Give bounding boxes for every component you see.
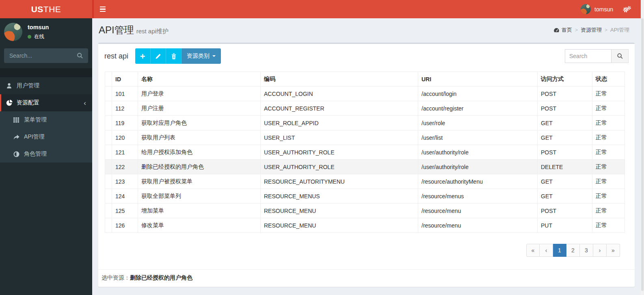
sidebar-item-user-management[interactable]: 用户管理 bbox=[0, 77, 92, 94]
cell-method: POST bbox=[538, 204, 592, 218]
user-status-link[interactable]: 在线 bbox=[28, 33, 49, 40]
sidebar-user-panel: tomsun 在线 bbox=[0, 18, 92, 46]
navbar-user-menu[interactable]: tomsun bbox=[576, 0, 618, 18]
table-row[interactable]: 122删除已经授权的用户角色USER_AUTHORITY_ROLE/user/a… bbox=[105, 160, 625, 174]
cell-uri: /user/authority/role bbox=[418, 160, 538, 174]
user-icon bbox=[6, 82, 17, 89]
table-row[interactable]: 120获取用户列表USER_LIST/user/listGET正常 bbox=[105, 130, 625, 145]
row-lead-cell bbox=[105, 116, 112, 130]
sidebar-item-role-management[interactable]: 角色管理 bbox=[0, 145, 92, 163]
cell-name: 用户登录 bbox=[138, 87, 261, 101]
page-subtitle: rest api维护 bbox=[136, 28, 169, 35]
table-search-button[interactable] bbox=[612, 49, 629, 63]
panel-header: rest api 资源类别 bbox=[98, 44, 635, 68]
sidebar-search-button[interactable] bbox=[74, 51, 86, 61]
table-row[interactable]: 124获取全部菜单列RESOURCE_MENUS/resource/menusG… bbox=[105, 189, 625, 204]
navbar-main: tomsun bbox=[92, 0, 641, 18]
cell-status: 正常 bbox=[592, 174, 625, 189]
row-lead-cell bbox=[105, 174, 112, 189]
cell-code: USER_LIST bbox=[261, 130, 418, 145]
online-status-icon bbox=[28, 35, 31, 39]
sidebar-item-label: 菜单管理 bbox=[24, 116, 47, 124]
table-body: 101用户登录ACCOUNT_LOGIN/account/loginPOST正常… bbox=[105, 87, 625, 233]
table-header-row: ID名称编码URI访问方式状态 bbox=[105, 72, 625, 87]
sidebar-item-label: API管理 bbox=[24, 133, 45, 141]
table-search-input[interactable] bbox=[565, 49, 612, 63]
header-method[interactable]: 访问方式 bbox=[538, 72, 592, 87]
cell-status: 正常 bbox=[592, 204, 625, 218]
header-uri[interactable]: URI bbox=[418, 72, 538, 87]
cell-code: RESOURCE_MENUS bbox=[261, 189, 418, 204]
pagination: «‹123›» bbox=[526, 244, 620, 257]
cell-status: 正常 bbox=[592, 189, 625, 204]
vertical-scrollbar[interactable] bbox=[641, 0, 644, 295]
navbar-username: tomsun bbox=[594, 6, 613, 13]
scrollbar-thumb[interactable] bbox=[641, 18, 644, 291]
page-title: API管理 bbox=[99, 24, 134, 35]
table-row[interactable]: 121给用户授权添加角色USER_AUTHORITY_ROLE/user/aut… bbox=[105, 145, 625, 160]
cell-name: 获取用户被授权菜单 bbox=[138, 174, 261, 189]
breadcrumb-home[interactable]: 首页 bbox=[553, 26, 572, 34]
page-button-1[interactable]: 1 bbox=[553, 244, 566, 257]
table-row[interactable]: 126修改菜单RESOURCE_MENU/resource/menuPUT正常 bbox=[105, 218, 625, 233]
grid-icon bbox=[13, 117, 24, 123]
breadcrumb-current: API管理 bbox=[610, 26, 629, 34]
sidebar-username: tomsun bbox=[28, 24, 49, 30]
breadcrumb-resource[interactable]: 资源管理 bbox=[581, 26, 602, 34]
header-name[interactable]: 名称 bbox=[138, 72, 261, 87]
cell-method: GET bbox=[538, 189, 592, 204]
row-lead-cell bbox=[105, 87, 112, 101]
cell-method: DELETE bbox=[538, 160, 592, 174]
edit-button[interactable] bbox=[151, 48, 166, 64]
caret-down-icon bbox=[212, 55, 216, 57]
page-button-3[interactable]: 3 bbox=[580, 244, 593, 257]
sidebar-toggle-button[interactable] bbox=[94, 0, 112, 18]
row-lead-cell bbox=[105, 145, 112, 160]
page-button-2[interactable]: 2 bbox=[566, 244, 580, 257]
cell-uri: /user/list bbox=[418, 130, 538, 145]
cell-status: 正常 bbox=[592, 145, 625, 160]
resource-category-dropdown[interactable]: 资源类别 bbox=[182, 48, 221, 64]
row-lead-cell bbox=[105, 160, 112, 174]
cell-method: PUT bbox=[538, 218, 592, 233]
sidebar-item-api-management[interactable]: API管理 bbox=[0, 128, 92, 145]
app-logo[interactable]: USTHE bbox=[0, 0, 92, 18]
table-row[interactable]: 125增加菜单RESOURCE_MENU/resource/menuPOST正常 bbox=[105, 204, 625, 218]
cell-status: 正常 bbox=[592, 101, 625, 116]
header-status[interactable]: 状态 bbox=[592, 72, 625, 87]
table-row[interactable]: 112用户注册ACCOUNT_REGISTER/account/register… bbox=[105, 101, 625, 116]
cell-name: 获取全部菜单列 bbox=[138, 189, 261, 204]
page-button-»[interactable]: » bbox=[607, 244, 620, 257]
panel-body: ID名称编码URI访问方式状态 101用户登录ACCOUNT_LOGIN/acc… bbox=[98, 68, 635, 269]
cell-uri: /user/authority/role bbox=[418, 145, 538, 160]
page-button-›[interactable]: › bbox=[593, 244, 607, 257]
delete-button[interactable] bbox=[166, 48, 182, 64]
pie-chart-icon bbox=[6, 100, 17, 106]
share-icon bbox=[13, 134, 24, 140]
cell-uri: /resource/authorityMenu bbox=[418, 174, 538, 189]
cell-id: 112 bbox=[112, 101, 138, 116]
cell-method: POST bbox=[538, 87, 592, 101]
chevron-left-icon: ‹ bbox=[84, 100, 86, 106]
header-id[interactable]: ID bbox=[112, 72, 138, 87]
cell-id: 123 bbox=[112, 174, 138, 189]
table-row[interactable]: 123获取用户被授权菜单RESOURCE_AUTORITYMENU/resour… bbox=[105, 174, 625, 189]
add-button[interactable] bbox=[135, 48, 151, 64]
table-search-group bbox=[565, 49, 629, 63]
breadcrumb: 首页 > 资源管理 > API管理 bbox=[553, 26, 629, 34]
page-button-«[interactable]: « bbox=[526, 244, 540, 257]
header-code[interactable]: 编码 bbox=[261, 72, 418, 87]
cell-status: 正常 bbox=[592, 87, 625, 101]
header-lead-cell bbox=[105, 72, 112, 87]
settings-gears-button[interactable] bbox=[618, 0, 636, 18]
cell-code: USER_AUTHORITY_ROLE bbox=[261, 145, 418, 160]
page-button-‹[interactable]: ‹ bbox=[540, 244, 553, 257]
sidebar-item-resource-config[interactable]: 资源配置 ‹ bbox=[0, 94, 92, 111]
cell-code: ACCOUNT_LOGIN bbox=[261, 87, 418, 101]
gears-icon bbox=[623, 6, 631, 13]
sidebar-item-menu-management[interactable]: 菜单管理 bbox=[0, 111, 92, 128]
cell-id: 119 bbox=[112, 116, 138, 130]
table-row[interactable]: 101用户登录ACCOUNT_LOGIN/account/loginPOST正常 bbox=[105, 87, 625, 101]
table-row[interactable]: 119获取对应用户角色USER_ROLE_APPID/user/roleGET正… bbox=[105, 116, 625, 130]
sidebar-item-label: 角色管理 bbox=[24, 150, 47, 158]
